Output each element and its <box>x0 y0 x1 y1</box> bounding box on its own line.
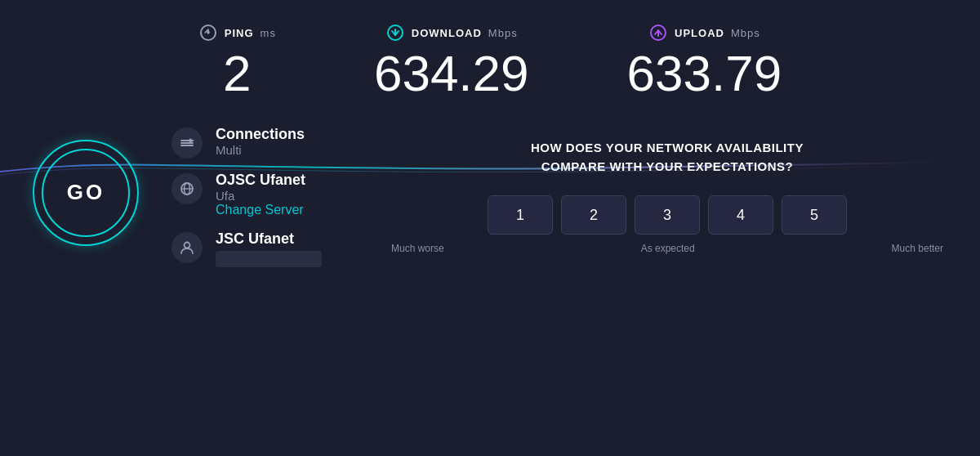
isp-text: JSC Ufanet <box>216 230 322 267</box>
go-button[interactable]: GO <box>33 140 139 246</box>
right-panel: HOW DOES YOUR NETWORK AVAILABILITY COMPA… <box>322 118 947 267</box>
connections-text: Connections Multi <box>216 126 305 157</box>
go-label: GO <box>67 180 105 205</box>
survey-buttons: 1 2 3 4 5 <box>488 195 847 235</box>
survey-title: HOW DOES YOUR NETWORK AVAILABILITY COMPA… <box>531 139 804 176</box>
left-panel: GO Connections Multi <box>33 118 322 267</box>
server-text: OJSC Ufanet Ufa Change Server <box>216 172 305 217</box>
download-icon <box>385 23 405 42</box>
upload-icon <box>648 23 668 42</box>
isp-row: JSC Ufanet <box>172 230 322 267</box>
survey-btn-4[interactable]: 4 <box>708 195 773 235</box>
survey-label-better: Much better <box>892 243 943 254</box>
main-content: GO Connections Multi <box>0 118 980 267</box>
server-name: OJSC Ufanet <box>216 172 305 189</box>
isp-bar <box>216 251 322 267</box>
server-icon <box>172 173 203 204</box>
download-stat: DOWNLOAD Mbps 634.29 <box>374 23 529 101</box>
survey-labels: Much worse As expected Much better <box>387 243 947 254</box>
ping-header: PING ms <box>198 23 276 42</box>
download-header: DOWNLOAD Mbps <box>385 23 518 42</box>
survey-label-expected: As expected <box>641 243 695 254</box>
upload-label: UPLOAD <box>675 27 724 39</box>
download-unit: Mbps <box>488 27 518 39</box>
isp-icon <box>172 232 203 263</box>
survey-label-worse: Much worse <box>391 243 444 254</box>
connections-icon <box>172 127 203 159</box>
upload-header: UPLOAD Mbps <box>648 23 760 42</box>
upload-stat: UPLOAD Mbps 633.79 <box>627 23 782 101</box>
ping-stat: PING ms 2 <box>198 23 276 101</box>
download-value: 634.29 <box>374 46 529 101</box>
connections-title: Connections <box>216 126 305 143</box>
download-label: DOWNLOAD <box>412 27 482 39</box>
svg-point-11 <box>185 243 190 248</box>
survey-btn-5[interactable]: 5 <box>782 195 847 235</box>
info-panel: Connections Multi OJSC Ufanet Ufa Change <box>172 118 322 267</box>
stats-bar: PING ms 2 DOWNLOAD Mbps 634.29 <box>0 0 980 101</box>
survey-btn-2[interactable]: 2 <box>561 195 626 235</box>
ping-value: 2 <box>223 46 251 101</box>
survey-btn-3[interactable]: 3 <box>635 195 700 235</box>
ping-label: PING <box>225 27 254 39</box>
connections-row: Connections Multi <box>172 126 322 159</box>
isp-name: JSC Ufanet <box>216 230 322 248</box>
upload-unit: Mbps <box>731 27 760 39</box>
go-circle: GO <box>49 156 122 230</box>
ping-unit: ms <box>261 27 276 39</box>
server-location: Ufa <box>216 189 305 203</box>
change-server-link[interactable]: Change Server <box>216 203 305 217</box>
ping-icon <box>198 23 218 42</box>
server-row: OJSC Ufanet Ufa Change Server <box>172 172 322 217</box>
connections-subtitle: Multi <box>216 143 305 157</box>
survey-btn-1[interactable]: 1 <box>488 195 553 235</box>
upload-value: 633.79 <box>627 46 782 101</box>
